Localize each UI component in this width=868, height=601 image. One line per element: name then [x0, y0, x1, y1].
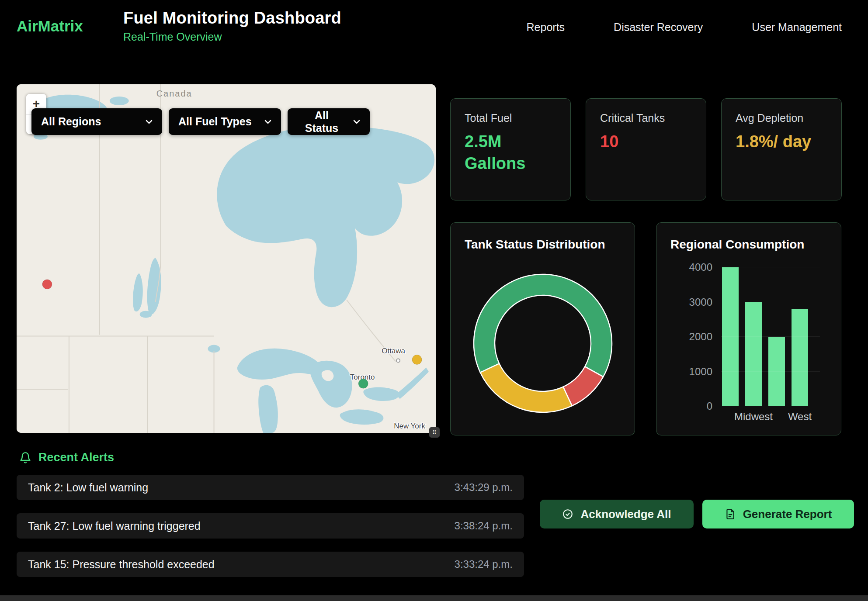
stat-value: 1.8%/ day [736, 131, 827, 152]
x-tick-label: West [792, 411, 808, 423]
stat-label: Avg Depletion [736, 112, 827, 124]
donut-segment-amber [480, 363, 572, 412]
gridline [721, 371, 820, 372]
region-filter-dropdown[interactable]: All Regions [31, 108, 162, 135]
generate-report-button[interactable]: Generate Report [702, 500, 854, 528]
lake-manitoba [140, 311, 152, 318]
drag-handle-icon[interactable]: ⠿ [429, 427, 440, 438]
alert-message: Tank 27: Low fuel warning triggered [28, 520, 201, 532]
chart-cards: Tank Status Distribution Regional Consum… [450, 222, 841, 435]
stat-cards: Total Fuel 2.5M Gallons Critical Tanks 1… [450, 98, 842, 200]
stat-value: 10 [600, 131, 692, 152]
alert-row[interactable]: Tank 27: Low fuel warning triggered 3:38… [17, 513, 524, 539]
nav-disaster-recovery[interactable]: Disaster Recovery [614, 21, 703, 34]
status-filter-dropdown[interactable]: All Status [288, 108, 370, 135]
status-filter-label: All Status [297, 109, 346, 135]
ottawa-city-dot [396, 359, 400, 362]
gridline [721, 302, 820, 302]
tank-status-title: Tank Status Distribution [465, 238, 621, 252]
regional-consumption-bar-chart: 01000200030004000 MidwestWest [670, 262, 827, 428]
alerts-header: Recent Alerts [19, 451, 114, 464]
page-title: Fuel Monitoring Dashboard [123, 9, 341, 28]
generate-report-label: Generate Report [743, 508, 832, 521]
donut-segment-green [473, 274, 611, 377]
stat-label: Critical Tanks [600, 112, 692, 124]
app-logo: AirMatrix [17, 17, 83, 35]
map[interactable]: Canada Ottawa Toronto New York + − All R… [17, 84, 436, 433]
map-label-new-york: New York [394, 422, 425, 430]
stat-label: Total Fuel [465, 112, 556, 124]
check-circle-icon [562, 508, 573, 520]
alert-message: Tank 15: Pressure threshold exceeded [28, 558, 215, 571]
nav-reports[interactable]: Reports [527, 21, 565, 34]
map-label-ottawa: Ottawa [382, 347, 405, 355]
bar-chart-x-axis: MidwestWest [721, 411, 820, 423]
regional-consumption-title: Regional Consumption [670, 238, 827, 252]
map-filter-bar: All Regions All Fuel Types All Status [31, 108, 370, 135]
alert-row[interactable]: Tank 15: Pressure threshold exceeded 3:3… [17, 552, 524, 577]
nav-user-management[interactable]: User Management [752, 21, 842, 34]
y-tick-label: 0 [707, 400, 712, 412]
y-tick-label: 2000 [689, 331, 712, 343]
x-tick-label [768, 411, 785, 423]
gridline [721, 336, 820, 337]
bar-3 [792, 309, 808, 406]
main-nav: Reports Disaster Recovery User Managemen… [527, 0, 842, 54]
alert-message: Tank 2: Low fuel warning [28, 481, 148, 494]
chevron-down-icon [264, 120, 271, 124]
app-header: AirMatrix Fuel Monitoring Dashboard Real… [0, 0, 868, 54]
gridline [721, 406, 820, 406]
page-subtitle: Real-Time Overview [123, 31, 341, 43]
title-block: Fuel Monitoring Dashboard Real-Time Over… [123, 9, 341, 43]
acknowledge-all-button[interactable]: Acknowledge All [540, 500, 694, 528]
tank-status-card: Tank Status Distribution [450, 222, 635, 435]
small-lake [110, 97, 129, 105]
regional-consumption-card: Regional Consumption 01000200030004000 M… [656, 222, 841, 435]
footer-strip [0, 595, 868, 601]
alert-row[interactable]: Tank 2: Low fuel warning 3:43:29 p.m. [17, 475, 524, 500]
bar-chart-plot [721, 267, 820, 406]
bar-chart-y-axis: 01000200030004000 [670, 267, 712, 406]
bell-icon [19, 452, 31, 464]
map-canvas[interactable]: Canada Ottawa Toronto New York [17, 84, 436, 433]
map-card: Canada Ottawa Toronto New York + − All R… [17, 84, 436, 433]
y-tick-label: 1000 [689, 366, 712, 378]
document-icon [725, 508, 736, 520]
alert-timestamp: 3:38:24 p.m. [455, 520, 513, 532]
stat-card-avg-depletion: Avg Depletion 1.8%/ day [721, 98, 842, 200]
alert-timestamp: 3:43:29 p.m. [455, 481, 513, 494]
gridline [721, 267, 820, 267]
y-tick-label: 3000 [689, 296, 712, 308]
fuel-type-filter-dropdown[interactable]: All Fuel Types [169, 108, 281, 135]
y-tick-label: 4000 [689, 261, 712, 273]
stat-card-total-fuel: Total Fuel 2.5M Gallons [450, 98, 571, 200]
map-label-canada: Canada [156, 89, 192, 98]
acknowledge-all-label: Acknowledge All [580, 508, 671, 521]
tank-status-donut-chart [469, 269, 617, 418]
tank-marker-critical[interactable] [42, 280, 52, 289]
stat-card-critical-tanks: Critical Tanks 10 [586, 98, 706, 200]
region-filter-label: All Regions [41, 115, 101, 128]
x-tick-label: Midwest [745, 411, 762, 423]
stat-value: 2.5M Gallons [465, 131, 556, 174]
alerts-title: Recent Alerts [38, 451, 114, 464]
chevron-down-icon [146, 120, 153, 124]
alerts-list: Tank 2: Low fuel warning 3:43:29 p.m. Ta… [17, 475, 524, 577]
tank-marker-warning[interactable] [412, 355, 422, 364]
bar-1 [745, 302, 762, 407]
bar-0 [722, 267, 739, 406]
bar-2 [768, 337, 785, 406]
fuel-type-filter-label: All Fuel Types [178, 115, 252, 128]
tank-marker-normal[interactable] [358, 379, 368, 388]
bar-chart-bars [721, 267, 820, 406]
alert-timestamp: 3:33:24 p.m. [455, 558, 513, 570]
chevron-down-icon [353, 120, 360, 124]
